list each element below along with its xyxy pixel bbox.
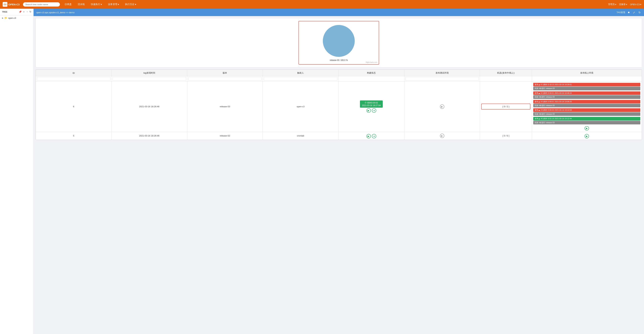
play-online-button[interactable]: ▶ <box>584 134 589 138</box>
nav-admin[interactable]: 管理员 ▾ <box>608 3 616 6</box>
rollback-badge: 回滚 #未进行 release-03 <box>533 95 640 99</box>
logo-icon: C3 <box>3 2 8 7</box>
col-machines: 机器(发布中/线上) <box>480 70 532 76</box>
pub-badge: 发布☁ #3 |耗时:0:00:01 2021-03-16 19:09:25 <box>533 100 640 103</box>
nav-business[interactable]: 业务管理 ▾ <box>106 2 120 6</box>
cell-id: 5 <box>36 132 112 140</box>
cell-build-status: ▶ ➜ <box>338 132 404 140</box>
sidebar-header: TREE 📌 ＋ － ↻ <box>0 9 34 15</box>
table-row: 5 2021-03-16 18:26:46 release-02 crontab… <box>36 132 642 140</box>
forward-button[interactable]: ➜ <box>372 108 376 113</box>
cell-online-env: ▶ <box>532 132 642 140</box>
cell-test-env: ▶ <box>404 81 480 132</box>
nav-dashboard[interactable]: 仪表盘 <box>63 2 73 6</box>
pub-group-2: 发布☁ #2 |耗时:0:00:01 2021-03-16 18:48:24 回… <box>533 91 640 99</box>
breadcrumb-actions: TAG发现 ■ ⤢ ↻ <box>617 10 641 14</box>
nav-open-c3[interactable]: OPEN-C3 ▾ <box>630 3 641 6</box>
nav-exec-history[interactable]: 执行历史 ▾ <box>124 2 138 6</box>
stop-button[interactable]: ■ <box>627 10 630 14</box>
layout: TREE 📌 ＋ － ↻ ▶ 📁 open-c3 open-c3.ops.ops… <box>0 9 644 334</box>
filter-test-env[interactable] <box>406 77 479 81</box>
chevron-right-icon: ▶ <box>2 17 3 19</box>
build-actions-row5: ▶ ➜ <box>340 134 403 138</box>
build-actions: ▶ ➜ <box>340 108 403 113</box>
rollback-badge: 回滚 #未进行 release-03 <box>533 87 640 90</box>
rollback-badge: 回滚 #未进行 release-03 <box>533 121 640 124</box>
nav-connector[interactable]: 连接器 ▾ <box>619 3 627 6</box>
nav-pipeline[interactable]: 流水线 <box>76 2 86 6</box>
pub-badge: 发布☁ #2 |耗时:0:00:01 2021-03-16 18:48:24 <box>533 91 640 95</box>
nav-right: 管理员 ▾ 连接器 ▾ OPEN-C3 ▾ <box>608 3 641 6</box>
breadcrumb: open-c3.ops.opsdev.c3_demo => demo <box>36 11 74 14</box>
pin-icon[interactable]: 📌 <box>19 10 22 13</box>
pub-group-5: 发布☁ #5 |耗时:0:02:16 2021-03-16 19:12:44 回… <box>533 117 640 124</box>
logo[interactable]: C3 OPEN-C3 <box>3 2 20 7</box>
highcharts-credit: Highcharts.com <box>366 61 377 63</box>
pub-group-4: 发布☁ #4 |耗时:0:00:03 2021-03-16 19:10:59 回… <box>533 108 640 116</box>
col-trigger: 触发人 <box>263 70 338 76</box>
rollback-badge: 回滚 #未进行 release-03 <box>533 112 640 116</box>
rollback-badge: 回滚 #未进行 release-03 <box>533 104 640 107</box>
cell-trigger: crontab <box>263 132 338 140</box>
sidebar-item-open-c3[interactable]: ▶ 📁 open-c3 <box>0 15 34 21</box>
col-tag-time: tag发现时间 <box>112 70 187 76</box>
folder-icon: 📁 <box>4 16 7 19</box>
breadcrumb-bar: open-c3.ops.opsdev.c3_demo => demo TAG发现… <box>34 9 644 16</box>
play-test-button[interactable]: ▶ <box>440 104 444 109</box>
chevron-down-icon: ▾ <box>101 3 102 6</box>
play-button[interactable]: ▶ <box>366 134 371 138</box>
col-build-status: 构建状态 <box>338 70 404 76</box>
pie-svg <box>322 24 356 58</box>
share-button[interactable]: ⤢ <box>632 10 636 14</box>
cell-version: release-02 <box>187 132 263 140</box>
forward-button[interactable]: ➜ <box>372 134 376 138</box>
nav-quick-exec[interactable]: 快速执行 ▾ <box>90 2 103 6</box>
top-navigation: C3 OPEN-C3 仪表盘 流水线 快速执行 ▾ 业务管理 ▾ 执行历史 ▾ … <box>0 0 644 9</box>
cell-version: release-03 <box>187 81 263 132</box>
play-online-button[interactable]: ▶ <box>584 126 589 130</box>
chevron-down-icon: ▾ <box>640 3 641 6</box>
filter-id[interactable] <box>37 77 110 81</box>
chevron-down-icon: ▾ <box>615 3 616 6</box>
refresh-icon[interactable]: ↻ <box>29 10 32 13</box>
filter-tag-time[interactable] <box>112 77 186 81</box>
col-version: 版本 <box>187 70 263 76</box>
cell-id: 6 <box>36 81 112 132</box>
sidebar: TREE 📌 ＋ － ↻ ▶ 📁 open-c3 <box>0 9 34 334</box>
filter-trigger[interactable] <box>264 77 337 81</box>
minus-icon[interactable]: － <box>26 10 28 13</box>
filter-row <box>36 76 642 81</box>
pub-group-1: 发布☁ #1 |耗时:0:18:15 2021-03-16 18:29:51 回… <box>533 83 640 90</box>
cell-tag-time: 2021-03-16 18:26:46 <box>112 81 187 132</box>
logo-text: OPEN-C3 <box>8 3 20 6</box>
cell-online-env: 发布☁ #1 |耗时:0:18:15 2021-03-16 18:29:51 回… <box>532 81 642 132</box>
table-row: 6 2021-03-16 18:26:46 release-03 open-c3… <box>36 81 642 132</box>
chart-container: release-03: 100.0 % Highcharts.com <box>298 21 379 64</box>
sidebar-actions: 📌 ＋ － ↻ <box>19 10 32 13</box>
play-test-button[interactable]: ▶ <box>440 134 444 138</box>
machines-count: ( 0 / 2 ) <box>481 104 530 109</box>
search-input[interactable] <box>23 2 60 6</box>
plus-icon[interactable]: ＋ <box>23 10 25 13</box>
sidebar-item-label: open-c3 <box>8 17 16 19</box>
refresh-button[interactable]: ↻ <box>638 10 641 14</box>
play-button[interactable]: ▶ <box>366 108 371 113</box>
pie-label: release-03: 100.0 % <box>330 59 348 61</box>
main-content: open-c3.ops.opsdev.c3_demo => demo TAG发现… <box>34 9 644 334</box>
cell-machines: ( 0 / 2 ) <box>480 81 532 132</box>
pub-group-3: 发布☁ #3 |耗时:0:00:01 2021-03-16 19:09:25 回… <box>533 100 640 107</box>
filter-version[interactable] <box>188 77 262 81</box>
cell-tag-time: 2021-03-16 18:26:46 <box>112 132 187 140</box>
svg-point-0 <box>323 25 355 57</box>
tag-discover-label: TAG发现 <box>617 11 625 14</box>
pie-chart <box>322 24 356 58</box>
col-online-env: 发布线上环境 <box>532 70 642 76</box>
chevron-down-icon: ▾ <box>135 3 136 6</box>
data-table: ID tag发现时间 版本 触发人 构建状态 发布测试环境 机器(发布中/线上)… <box>36 69 642 140</box>
pub-badge: 发布☁ #4 |耗时:0:00:03 2021-03-16 19:10:59 <box>533 108 640 112</box>
chart-area: release-03: 100.0 % Highcharts.com <box>36 18 642 67</box>
build-success-badge: ⏱ 耗时0:00:02 2021-03-16 18:27:04 <box>360 100 382 108</box>
chevron-down-icon: ▾ <box>626 3 627 6</box>
sidebar-tree-label: TREE <box>2 11 8 13</box>
chevron-down-icon: ▾ <box>118 3 119 6</box>
